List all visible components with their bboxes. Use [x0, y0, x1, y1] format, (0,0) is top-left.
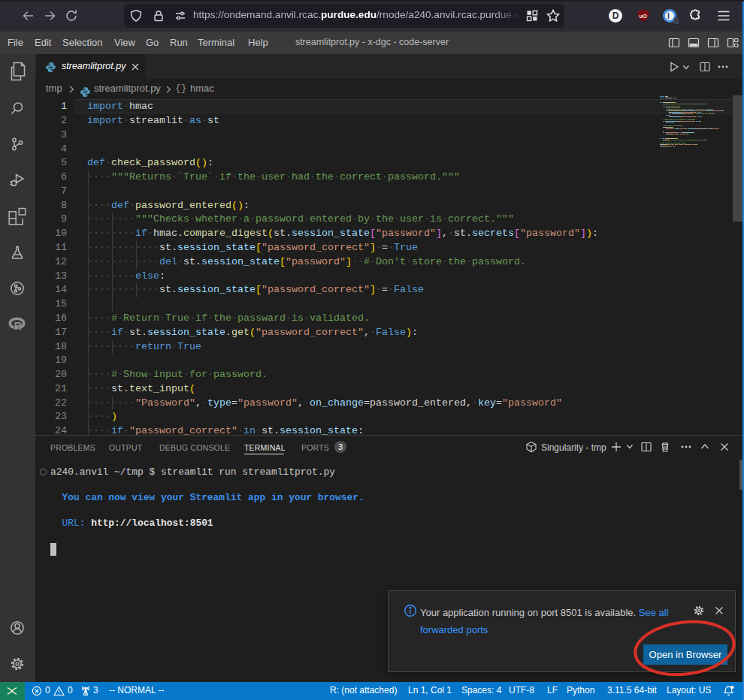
svg-text:R: R: [14, 320, 23, 332]
svg-text:uO: uO: [639, 13, 647, 20]
svg-text:I: I: [667, 12, 670, 20]
